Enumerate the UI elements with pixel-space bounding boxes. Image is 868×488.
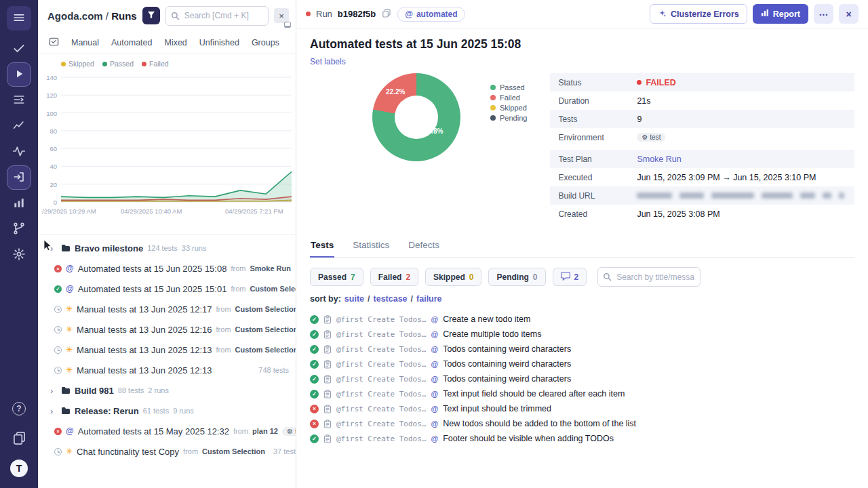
set-labels-link[interactable]: Set labels xyxy=(310,57,346,66)
nav-import-export[interactable] xyxy=(7,165,31,190)
tab-tests[interactable]: Tests xyxy=(310,234,334,258)
test-title: Todos containing weird characters xyxy=(443,374,571,384)
automated-badge[interactable]: @ automated xyxy=(397,7,465,22)
close-run-button[interactable]: × xyxy=(839,4,859,24)
nav-runs[interactable] xyxy=(7,62,31,87)
chevron-right-icon[interactable]: › xyxy=(50,406,57,416)
milestone-folder-row[interactable]: ›Bravo milestone124 tests33 runs xyxy=(38,238,296,258)
run-label: Run xyxy=(316,9,332,19)
clusterize-errors-button[interactable]: Clusterize Errors xyxy=(650,4,747,24)
scheduled-clock-icon xyxy=(54,326,62,333)
automated-at-icon: @ xyxy=(431,360,438,368)
project-name[interactable]: Agoda.com xyxy=(47,10,103,22)
filter-pending[interactable]: Pending0 xyxy=(488,268,545,286)
nav-logo[interactable]: T xyxy=(7,456,31,481)
detail-row-build-url: Build URL xyxy=(550,186,854,205)
nav-pulse[interactable] xyxy=(7,140,31,164)
run-row[interactable]: ×@Automated tests at 15 May 2025 12:32fr… xyxy=(38,421,296,441)
search-input[interactable] xyxy=(165,6,269,26)
test-row[interactable]: ✓@first Create Todos…@Create multiple to… xyxy=(310,327,854,342)
runs-list: ›Bravo milestone124 tests33 runs×@Automa… xyxy=(38,235,296,462)
test-row[interactable]: ✓@first Create Todos…@Footer should be v… xyxy=(310,431,854,446)
from-label: from xyxy=(233,427,248,435)
tests-search xyxy=(597,267,701,287)
run-row[interactable]: ✓@Automated tests at 15 Jun 2025 15:01fr… xyxy=(38,279,296,299)
panel-tab-mixed[interactable]: Mixed xyxy=(164,38,186,47)
from-source: Custom Selection xyxy=(250,285,296,293)
donut-legend-item: Pending xyxy=(490,114,527,122)
test-plan-link[interactable]: Smoke Run xyxy=(637,155,681,164)
test-row[interactable]: ×@first Create Todos…@New todos should b… xyxy=(310,416,854,431)
test-row[interactable]: ✓@first Create Todos…@Text input field s… xyxy=(310,386,854,401)
test-row[interactable]: ✓@first Create Todos…@Todos containing w… xyxy=(310,371,854,386)
donut-legend: PassedFailedSkippedPending xyxy=(490,73,527,124)
detail-label: Tests xyxy=(550,115,637,124)
test-title: Text input field should be cleared after… xyxy=(443,389,625,399)
run-row[interactable]: ✳Chat functinality test CopyfromCustom S… xyxy=(38,441,296,462)
panel-tab-unfinished[interactable]: Unfinished xyxy=(199,38,239,47)
panel-tab-manual[interactable]: Manual xyxy=(71,38,99,47)
filter-skipped[interactable]: Skipped0 xyxy=(425,268,481,286)
filter-passed[interactable]: Passed7 xyxy=(310,268,363,286)
tab-statistics[interactable]: Statistics xyxy=(352,234,390,258)
legend-label: Failed xyxy=(500,94,520,102)
nav-reports[interactable] xyxy=(7,191,31,216)
filter-failed[interactable]: Failed2 xyxy=(370,268,418,286)
redacted-text-blob xyxy=(839,192,844,199)
run-row[interactable]: ✳Manual tests at 13 Jun 2025 12:16fromCu… xyxy=(38,319,296,340)
milestone-folder-row[interactable]: ›Release: Rerun61 tests9 runs xyxy=(38,401,296,421)
clipboard-icon xyxy=(323,360,332,369)
run-row[interactable]: ✳Manual tests at 13 Jun 2025 12:17fromCu… xyxy=(38,299,296,319)
run-row[interactable]: ✳Manual tests at 13 Jun 2025 12:13fromCu… xyxy=(38,340,296,360)
copy-run-id-button[interactable] xyxy=(381,7,392,21)
run-title: Automated tests at 15 Jun 2025 15:01 xyxy=(78,284,227,294)
pin-panel-icon[interactable] xyxy=(284,22,291,28)
y-axis-label: 20 xyxy=(50,181,57,188)
test-row[interactable]: ✓@first Create Todos…@Create a new todo … xyxy=(310,312,854,327)
test-row[interactable]: ✓@first Create Todos…@Todos containing w… xyxy=(310,357,854,371)
test-row[interactable]: ✓@first Create Todos…@Todos containing w… xyxy=(310,342,854,357)
test-title: Footer should be visible when adding TOD… xyxy=(443,434,614,443)
nav-help[interactable]: ? xyxy=(7,396,31,421)
run-row[interactable]: ×@Automated tests at 15 Jun 2025 15:08fr… xyxy=(38,258,296,279)
tab-defects[interactable]: Defects xyxy=(408,234,440,258)
folder-tests-count: 124 tests xyxy=(147,244,178,252)
nav-branches[interactable] xyxy=(7,217,31,241)
redacted-text-blob xyxy=(823,192,831,199)
test-suite-path: @first Create Todos… xyxy=(336,330,426,339)
comments-filter-chip[interactable]: 2 xyxy=(553,268,587,286)
redacted-text-blob xyxy=(711,192,753,199)
nav-tests[interactable] xyxy=(7,37,31,61)
panel-tab-automated[interactable]: Automated xyxy=(111,38,152,47)
sort-by-suite[interactable]: suite xyxy=(344,294,364,304)
legend-label: Failed xyxy=(149,60,169,68)
menu-button[interactable] xyxy=(7,6,31,30)
milestone-folder-row[interactable]: ›Build 98188 tests2 runs xyxy=(38,380,296,401)
run-row[interactable]: ✳Manual tests at 13 Jun 2025 12:13748 te… xyxy=(38,360,296,380)
test-suite-path: @first Create Todos… xyxy=(336,434,426,443)
donut-failed-percent: 22.2% xyxy=(386,88,405,96)
at-icon: @ xyxy=(405,9,413,19)
test-title: Create multiple todo items xyxy=(443,329,541,339)
nav-suites[interactable] xyxy=(7,88,31,113)
pulse-icon xyxy=(12,144,26,160)
detail-row-tests: Tests9 xyxy=(550,110,854,128)
run-title: Manual tests at 13 Jun 2025 12:13 xyxy=(77,365,212,375)
panel-tab-groups[interactable]: Groups xyxy=(252,38,279,47)
donut-passed-percent: 77.8% xyxy=(424,127,443,135)
nav-docs[interactable] xyxy=(7,426,31,451)
panel-close-button[interactable]: × xyxy=(274,8,289,23)
detail-label: Build URL xyxy=(550,191,637,201)
test-row[interactable]: ×@first Create Todos…@Text input should … xyxy=(310,401,854,416)
scheduled-clock-icon xyxy=(54,367,62,374)
sort-by-failure[interactable]: failure xyxy=(416,294,442,304)
chevron-right-icon[interactable]: › xyxy=(50,386,57,396)
sort-by-testcase[interactable]: testcase xyxy=(374,294,408,304)
report-button[interactable]: Report xyxy=(753,4,808,24)
filter-button[interactable] xyxy=(142,7,160,24)
nav-settings[interactable] xyxy=(7,243,31,267)
more-options-button[interactable]: ⋯ xyxy=(814,4,833,24)
environment-name: test xyxy=(295,428,296,435)
nav-analytics[interactable] xyxy=(7,114,31,138)
tests-search-input[interactable] xyxy=(597,267,701,287)
